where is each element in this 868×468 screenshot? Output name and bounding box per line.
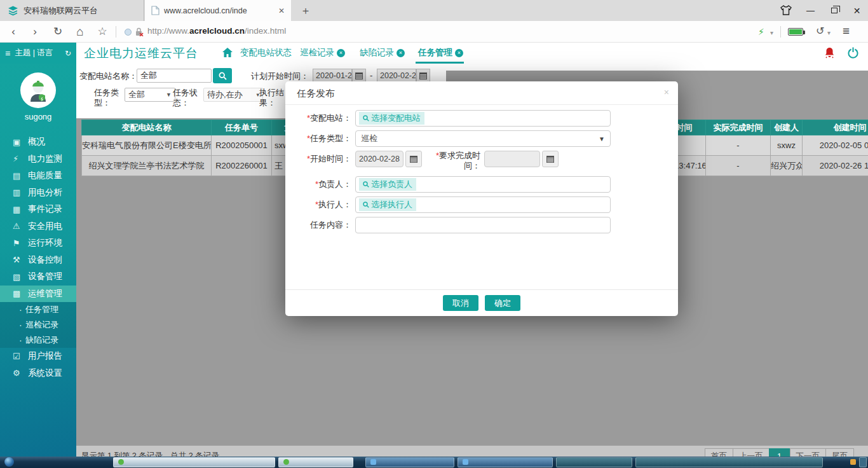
theme-language-label[interactable]: 主题 | 语言 [15, 48, 60, 59]
refresh-icon[interactable]: ↻ [50, 21, 66, 42]
sidebar-item-device-control[interactable]: ⚒设备控制 [0, 252, 76, 269]
app-icon [370, 459, 376, 465]
task-type-select[interactable]: 巡检▼ [355, 130, 611, 147]
sidebar-item-environment[interactable]: ⚑运行环境 [0, 235, 76, 252]
sidebar-item-usage-analysis[interactable]: ▥用电分析 [0, 184, 76, 202]
sidebar-subitem-defect-records[interactable]: ·缺陷记录 [0, 333, 76, 348]
divider [116, 26, 116, 38]
back-icon[interactable]: ‹ [5, 21, 22, 42]
station-field[interactable]: 选择变配电站 [355, 110, 611, 127]
window-close-button[interactable]: ✕ [846, 0, 868, 21]
sidebar-item-system-settings[interactable]: ⚙系统设置 [0, 365, 76, 382]
browser-address-bar: ‹ › ↻ ⌂ ☆ http://www.acrelcloud.cn/index… [0, 21, 868, 43]
speed-bolt-icon[interactable]: ⚡ [758, 27, 764, 37]
calendar-button[interactable] [352, 69, 366, 83]
sidebar-item-safe-power[interactable]: ⚠安全用电 [0, 218, 76, 235]
ok-button[interactable]: 确定 [485, 295, 520, 311]
sidebar-item-user-report[interactable]: ☑用户报告 [0, 348, 76, 365]
theme-shirt-icon[interactable] [780, 4, 792, 18]
calendar-button[interactable] [405, 151, 422, 167]
tab-task-management[interactable]: 任务管理× [418, 47, 463, 59]
app-icon [463, 459, 468, 465]
cancel-button[interactable]: 取消 [443, 295, 478, 311]
task-type-filter-select[interactable]: 全部▼ [125, 88, 175, 102]
sidebar-item-event-log[interactable]: ▦事件记录 [0, 201, 76, 218]
search-button[interactable] [213, 68, 232, 83]
divider [780, 26, 781, 38]
col-header-task-no: 任务单号 [212, 120, 272, 135]
sidebar-item-overview[interactable]: ▣概况 [0, 134, 76, 151]
sidebar: sugong ▣概况 ⚡电力监测 ▤电能质量 ▥用电分析 ▦事件记录 ⚠安全用电… [0, 64, 76, 468]
tab-station-status[interactable]: 变配电站状态 [240, 47, 292, 59]
task-content-input[interactable] [355, 217, 611, 233]
bullet-icon: · [19, 320, 25, 330]
window-minimize-button[interactable]: — [799, 0, 822, 21]
site-indicator-icon[interactable] [125, 29, 132, 36]
taskbar-app-button[interactable] [278, 457, 353, 467]
sidebar-item-power-quality[interactable]: ▤电能质量 [0, 167, 76, 184]
notification-bell-icon[interactable] [824, 47, 835, 61]
browser-tab[interactable]: www.acrelcloud.cn/inde ✕ [145, 0, 291, 21]
device-management-icon: ▧ [13, 272, 28, 282]
url-text[interactable]: http://www.acrelcloud.cn/index.html [147, 26, 286, 36]
deadline-date-input[interactable] [484, 151, 540, 167]
undo-caret-icon[interactable]: ▾ [827, 29, 831, 36]
tab-close-icon[interactable]: × [397, 49, 405, 57]
bookmark-star-icon[interactable]: ☆ [94, 21, 111, 42]
sidebar-toggle-icon[interactable]: ≡ [5, 48, 10, 59]
show-desktop-button[interactable] [859, 457, 867, 467]
undo-icon[interactable]: ↺ [816, 25, 824, 37]
tab-close-icon[interactable]: ✕ [278, 6, 285, 15]
logout-power-icon[interactable] [848, 47, 858, 61]
restore-icon [831, 8, 837, 13]
theme-language-bar[interactable]: ≡ 主题 | 语言 ↻ [0, 43, 76, 64]
battery-icon[interactable] [788, 28, 803, 36]
url-prefix: http://www. [147, 26, 189, 36]
modal-close-icon[interactable]: × [664, 87, 669, 97]
sidebar-subitem-task-management[interactable]: ·任务管理 [0, 302, 76, 317]
executor-chip[interactable]: 选择执行人 [359, 198, 416, 211]
avatar[interactable] [20, 72, 56, 108]
home-nav-icon[interactable]: ⌂ [72, 21, 88, 42]
station-field-label: *变配电站： [293, 110, 351, 127]
sidebar-item-device-management[interactable]: ▧设备管理 [0, 268, 76, 286]
tab-close-icon[interactable]: × [337, 49, 345, 57]
start-date-input[interactable]: 2020-02-28 [355, 151, 403, 167]
task-status-filter-select[interactable]: 待办,在办▾ [203, 88, 263, 102]
screen: 安科瑞物联网云平台 www.acrelcloud.cn/inde ✕ ＋ — ✕… [0, 0, 868, 468]
taskbar-app-button[interactable] [458, 457, 553, 467]
browser-menu-icon[interactable]: ≡ [843, 24, 850, 38]
plan-start-date-input[interactable]: 2020-01-29 [313, 69, 352, 83]
station-filter-input[interactable] [137, 69, 212, 83]
new-tab-button[interactable]: ＋ [297, 3, 314, 18]
executor-field[interactable]: 选择执行人 [355, 196, 611, 213]
insecure-lock-icon[interactable] [135, 27, 144, 39]
calendar-button[interactable] [416, 69, 430, 83]
calendar-button[interactable] [542, 151, 559, 167]
taskbar-app-button[interactable] [365, 457, 454, 467]
owner-field[interactable]: 选择负责人 [355, 176, 611, 193]
tab-inspection-records[interactable]: 巡检记录× [300, 47, 345, 59]
url-domain: acrelcloud.cn [189, 26, 245, 36]
sidebar-item-power-monitoring[interactable]: ⚡电力监测 [0, 151, 76, 168]
start-button[interactable] [4, 457, 14, 467]
window-restore-button[interactable] [823, 0, 845, 21]
taskbar-app-button[interactable] [113, 457, 275, 467]
station-chip[interactable]: 选择变配电站 [359, 112, 424, 125]
home-tab-icon[interactable] [222, 48, 233, 60]
bolt-caret-icon[interactable]: ▾ [770, 29, 773, 36]
col-header-created-time: 创建时间 [803, 120, 868, 135]
taskbar-app-button[interactable] [635, 457, 823, 467]
sidebar-item-om-management[interactable]: ▩运维管理 [0, 286, 76, 303]
forward-icon[interactable]: › [27, 21, 43, 42]
plan-end-date-input[interactable]: 2020-02-28 [377, 69, 416, 83]
sidebar-subitem-inspection-records[interactable]: ·巡检记录 [0, 317, 76, 333]
taskbar-app-button[interactable] [556, 457, 632, 467]
tab-defect-records[interactable]: 缺陷记录× [360, 47, 405, 59]
calendar-icon [546, 156, 554, 163]
header-refresh-icon[interactable]: ↻ [65, 49, 71, 58]
owner-chip[interactable]: 选择负责人 [359, 178, 416, 191]
start-field-label: *开始时间： [293, 151, 351, 167]
content-field-label: 任务内容： [293, 217, 351, 233]
tab-close-icon[interactable]: × [455, 49, 463, 57]
